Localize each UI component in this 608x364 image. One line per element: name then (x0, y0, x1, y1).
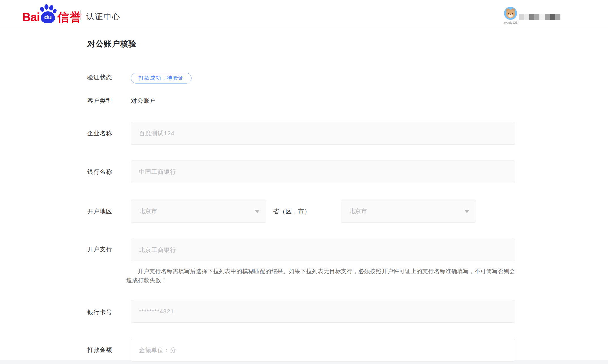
header-title: 认证中心 (86, 11, 120, 22)
bank-name-label: 银行名称 (87, 168, 112, 176)
card-number-input[interactable] (131, 300, 515, 323)
logo-text-du: du (44, 14, 52, 21)
bank-name-input[interactable] (131, 160, 515, 183)
branch-input[interactable] (131, 239, 515, 261)
baidu-xinyu-logo[interactable]: Bai du 信誉 (22, 5, 82, 25)
customer-type-label: 客户类型 (87, 97, 112, 105)
logo-text-xinyu: 信誉 (57, 11, 82, 25)
username-label: zybqjy123 (499, 21, 522, 24)
city-select-value: 北京市 (349, 207, 367, 215)
region-suffix-label: 省（区，市） (273, 207, 311, 215)
chevron-down-icon (255, 210, 260, 213)
top-header: Bai du 信誉 认证中心 zybqjy123 (0, 0, 608, 29)
account-region-label: 开户地区 (87, 207, 112, 215)
chevron-down-icon (464, 210, 469, 213)
logo-text-bai: Bai (22, 11, 40, 25)
card-number-label: 银行卡号 (87, 308, 112, 316)
header-divider (80, 10, 81, 20)
status-badge: 打款成功，待验证 (131, 73, 192, 83)
company-name-label: 企业名称 (87, 129, 112, 137)
customer-type-value: 对公账户 (131, 97, 156, 105)
province-select[interactable]: 北京市 (131, 200, 266, 223)
province-select-value: 北京市 (139, 207, 158, 215)
city-select[interactable]: 北京市 (341, 200, 476, 223)
branch-label: 开户支行 (87, 245, 112, 253)
user-avatar[interactable] (504, 7, 517, 20)
redacted-user-info (519, 14, 560, 20)
status-label: 验证状态 (87, 73, 112, 81)
payment-amount-label: 打款金额 (87, 346, 112, 354)
company-name-input[interactable] (131, 122, 515, 145)
payment-amount-input[interactable] (131, 339, 515, 361)
page-title: 对公账户核验 (87, 38, 137, 49)
baidu-paw-icon: du (39, 4, 57, 25)
branch-note: 开户支行名称需填写后选择下拉列表中的模糊匹配的结果。如果下拉列表无目标支行，必须… (126, 267, 516, 285)
